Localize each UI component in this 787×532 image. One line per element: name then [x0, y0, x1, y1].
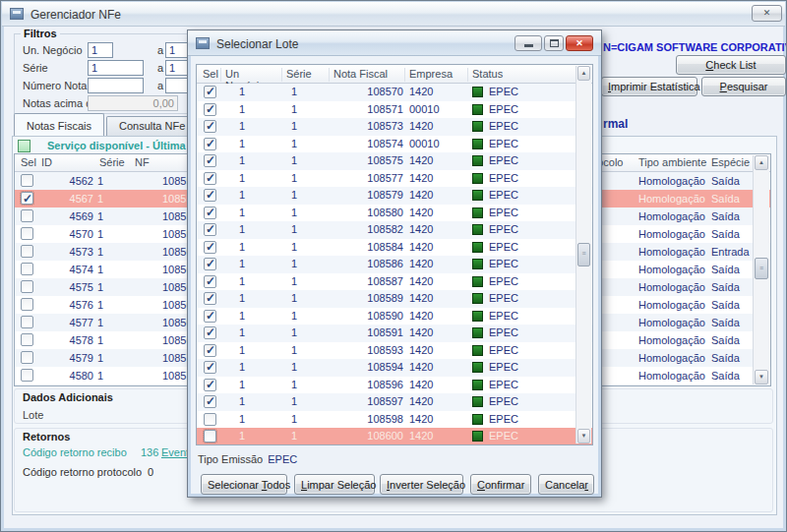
header-id[interactable]: ID: [41, 156, 52, 168]
lote-row[interactable]: 1 1 108600 1420 EPEC: [197, 428, 592, 445]
row-checkbox[interactable]: [204, 86, 216, 98]
lote-row[interactable]: 1 1 108584 1420 EPEC: [197, 239, 592, 257]
filter-from-field[interactable]: [88, 42, 113, 58]
header-nota-fiscal[interactable]: Nota Fiscal: [330, 68, 405, 82]
scroll-down-arrow-icon[interactable]: ▼: [577, 429, 590, 443]
cancelar-button[interactable]: Cancelar: [538, 474, 594, 495]
lote-row[interactable]: 1 1 108593 1420 EPEC: [197, 342, 592, 360]
inverter-selecao-button[interactable]: Inverter Seleção: [380, 474, 463, 495]
cell-nota-fiscal: 108596: [330, 377, 403, 394]
header-sel[interactable]: Sel: [199, 68, 221, 82]
imprimir-estatistica-button[interactable]: Imprimir Estatística: [601, 77, 697, 96]
row-checkbox[interactable]: [204, 103, 216, 116]
lote-row[interactable]: 1 1 108575 1420 EPEC: [197, 152, 592, 170]
lote-row[interactable]: 1 1 108597 1420 EPEC: [197, 393, 592, 411]
cell-tipo-ambiente: Homologação: [638, 190, 717, 207]
filter-from-field[interactable]: [88, 60, 144, 76]
cell-empresa: 1420: [409, 428, 468, 445]
row-checkbox[interactable]: [204, 395, 216, 408]
header-un-negocio[interactable]: Un Negócio: [221, 68, 282, 82]
scroll-down-arrow-icon[interactable]: ▼: [755, 370, 768, 384]
header-serie[interactable]: Série: [99, 156, 125, 168]
scroll-thumb[interactable]: ≡: [577, 243, 590, 266]
grid-vertical-scrollbar[interactable]: ▲ ≡ ▼: [753, 155, 769, 384]
header-tipo-ambiente[interactable]: Tipo ambiente: [638, 156, 706, 168]
cell-status: EPEC: [472, 84, 518, 101]
cell-empresa: 1420: [409, 187, 468, 205]
row-checkbox[interactable]: [204, 326, 216, 339]
row-checkbox[interactable]: [204, 379, 216, 391]
selecionar-todos-button[interactable]: Selecionar Todos: [201, 474, 287, 495]
cell-serie: 1: [97, 243, 123, 261]
pesquisar-button[interactable]: Pesquisar: [701, 77, 786, 96]
cell-status: EPEC: [472, 205, 518, 222]
lote-row[interactable]: 1 1 108598 1420 EPEC: [197, 411, 592, 429]
header-status[interactable]: Status: [468, 68, 576, 82]
scroll-thumb[interactable]: ≡: [755, 258, 768, 279]
row-checkbox[interactable]: [204, 258, 216, 270]
lote-row[interactable]: 1 1 108579 1420 EPEC: [197, 187, 592, 205]
status-square-icon: [472, 139, 483, 149]
tab-notas-fiscais[interactable]: Notas Fiscais: [14, 113, 104, 136]
header-especie[interactable]: Espécie: [711, 156, 750, 168]
row-checkbox[interactable]: [204, 223, 216, 236]
lote-row[interactable]: 1 1 108586 1420 EPEC: [197, 256, 592, 273]
cell-status: EPEC: [472, 273, 518, 291]
cell-un-negocio: 1: [221, 118, 263, 136]
status-square-icon: [472, 380, 483, 390]
header-serie[interactable]: Série: [282, 68, 330, 82]
cell-empresa: 1420: [409, 393, 468, 411]
row-checkbox[interactable]: [204, 361, 216, 374]
cell-nota-fiscal: 108598: [330, 411, 403, 429]
row-checkbox[interactable]: [204, 172, 216, 185]
row-checkbox[interactable]: [204, 154, 216, 167]
filter-from-field[interactable]: [88, 78, 144, 93]
row-checkbox[interactable]: [204, 344, 216, 357]
cell-status: EPEC: [472, 428, 518, 445]
lote-row[interactable]: 1 1 108596 1420 EPEC: [197, 377, 592, 394]
cell-tipo-ambiente: Homologação: [638, 172, 717, 190]
row-checkbox[interactable]: [204, 138, 216, 150]
status-square-icon: [472, 259, 483, 269]
lote-row[interactable]: 1 1 108591 1420 EPEC: [197, 325, 592, 342]
header-empresa[interactable]: Empresa: [405, 68, 468, 82]
lote-row[interactable]: 1 1 108587 1420 EPEC: [197, 273, 592, 291]
row-checkbox[interactable]: [204, 413, 216, 426]
tipo-emissao-line: Tipo EmissãoEPEC: [198, 453, 297, 465]
lote-row[interactable]: 1 1 108574 00010 EPEC: [197, 136, 592, 153]
lote-grid-header: Sel Un Negócio Série Nota Fiscal Empresa…: [197, 65, 592, 84]
cell-status: EPEC: [472, 101, 518, 119]
header-nf[interactable]: NF: [135, 156, 150, 168]
row-checkbox[interactable]: [204, 120, 216, 133]
lote-row[interactable]: 1 1 108589 1420 EPEC: [197, 290, 592, 308]
row-checkbox[interactable]: [204, 275, 216, 288]
cell-un-negocio: 1: [221, 377, 263, 394]
lote-row[interactable]: 1 1 108571 00010 EPEC: [197, 101, 592, 119]
notas-acima-field[interactable]: [88, 95, 178, 111]
lote-row[interactable]: 1 1 108582 1420 EPEC: [197, 221, 592, 239]
confirmar-button[interactable]: Confirmar: [470, 474, 531, 495]
cell-un-negocio: 1: [221, 84, 263, 101]
header-sel[interactable]: Sel: [21, 156, 36, 168]
row-checkbox[interactable]: [204, 292, 216, 305]
scroll-up-arrow-icon[interactable]: ▲: [755, 155, 768, 170]
lote-row[interactable]: 1 1 108577 1420 EPEC: [197, 170, 592, 188]
limpar-selecao-button[interactable]: Limpar Seleção: [294, 474, 375, 495]
lote-row[interactable]: 1 1 108573 1420 EPEC: [197, 118, 592, 136]
check-list-button[interactable]: Check List: [676, 55, 786, 75]
lote-row[interactable]: 1 1 108570 1420 EPEC: [197, 84, 592, 101]
tab-consulta-nfe[interactable]: Consulta NFe: [106, 116, 198, 136]
row-checkbox[interactable]: [204, 241, 216, 254]
lote-row[interactable]: 1 1 108580 1420 EPEC: [197, 205, 592, 222]
lote-vertical-scrollbar[interactable]: ▲ ≡ ▼: [575, 66, 591, 443]
filter-range-separator: a: [157, 78, 163, 93]
row-checkbox[interactable]: [204, 310, 216, 323]
scroll-up-arrow-icon[interactable]: ▲: [577, 66, 590, 81]
row-checkbox[interactable]: [204, 207, 216, 219]
row-checkbox[interactable]: [204, 430, 216, 443]
lote-row[interactable]: 1 1 108594 1420 EPEC: [197, 359, 592, 377]
cell-empresa: 1420: [409, 342, 468, 360]
lote-row[interactable]: 1 1 108590 1420 EPEC: [197, 308, 592, 325]
cell-serie: 1: [280, 377, 308, 394]
row-checkbox[interactable]: [204, 189, 216, 202]
